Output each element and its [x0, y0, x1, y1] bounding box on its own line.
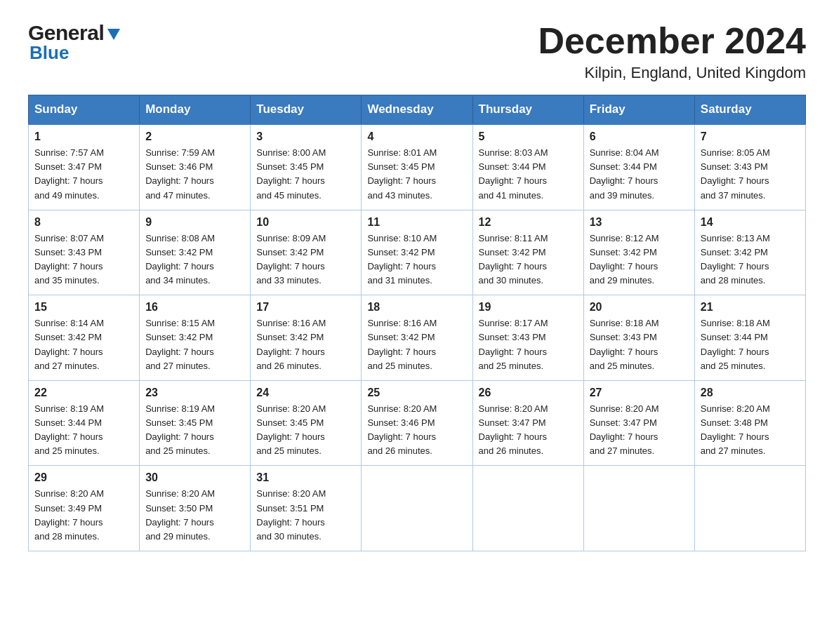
- day-info: Sunrise: 8:16 AMSunset: 3:42 PMDaylight:…: [256, 318, 326, 370]
- day-info: Sunrise: 8:20 AMSunset: 3:45 PMDaylight:…: [256, 403, 326, 456]
- calendar-cell: 6 Sunrise: 8:04 AMSunset: 3:44 PMDayligh…: [583, 124, 694, 210]
- calendar-cell: 14 Sunrise: 8:13 AMSunset: 3:42 PMDaylig…: [694, 210, 805, 295]
- day-number: 12: [479, 216, 578, 229]
- calendar-cell: 19 Sunrise: 8:17 AMSunset: 3:43 PMDaylig…: [472, 295, 583, 381]
- calendar-cell: 2 Sunrise: 7:59 AMSunset: 3:46 PMDayligh…: [140, 124, 251, 210]
- day-number: 27: [590, 387, 689, 399]
- calendar-cell: 5 Sunrise: 8:03 AMSunset: 3:44 PMDayligh…: [472, 124, 583, 210]
- day-number: 3: [256, 130, 355, 143]
- title-block: December 2024 Kilpin, England, United Ki…: [538, 21, 806, 82]
- day-number: 9: [145, 216, 244, 229]
- day-number: 7: [701, 130, 800, 143]
- day-info: Sunrise: 8:12 AMSunset: 3:42 PMDaylight:…: [590, 233, 659, 286]
- day-number: 13: [590, 216, 689, 229]
- week-row-2: 8 Sunrise: 8:07 AMSunset: 3:43 PMDayligh…: [29, 210, 806, 295]
- calendar-cell: 9 Sunrise: 8:08 AMSunset: 3:42 PMDayligh…: [140, 210, 251, 295]
- day-info: Sunrise: 8:18 AMSunset: 3:43 PMDaylight:…: [590, 318, 659, 370]
- day-number: 19: [479, 301, 578, 314]
- calendar-table: Sunday Monday Tuesday Wednesday Thursday…: [28, 95, 806, 551]
- calendar-cell: 1 Sunrise: 7:57 AMSunset: 3:47 PMDayligh…: [29, 124, 140, 210]
- calendar-cell: 30 Sunrise: 8:20 AMSunset: 3:50 PMDaylig…: [140, 466, 251, 551]
- calendar-cell: 28 Sunrise: 8:20 AMSunset: 3:48 PMDaylig…: [694, 380, 805, 466]
- day-number: 14: [701, 216, 800, 229]
- logo-general-text: General: [28, 21, 104, 45]
- day-info: Sunrise: 8:07 AMSunset: 3:43 PMDaylight:…: [34, 233, 104, 286]
- day-info: Sunrise: 8:20 AMSunset: 3:50 PMDaylight:…: [145, 488, 215, 541]
- day-info: Sunrise: 8:08 AMSunset: 3:42 PMDaylight:…: [145, 233, 215, 286]
- day-info: Sunrise: 7:57 AMSunset: 3:47 PMDaylight:…: [34, 147, 104, 200]
- day-number: 25: [367, 387, 466, 399]
- day-info: Sunrise: 8:20 AMSunset: 3:51 PMDaylight:…: [256, 488, 326, 541]
- day-number: 15: [34, 301, 133, 314]
- col-thursday: Thursday: [472, 95, 583, 125]
- calendar-cell: 4 Sunrise: 8:01 AMSunset: 3:45 PMDayligh…: [362, 124, 472, 210]
- calendar-cell: 18 Sunrise: 8:16 AMSunset: 3:42 PMDaylig…: [362, 295, 472, 381]
- day-number: 26: [479, 387, 578, 399]
- day-number: 24: [256, 387, 355, 399]
- calendar-cell: 7 Sunrise: 8:05 AMSunset: 3:43 PMDayligh…: [694, 124, 805, 210]
- main-title: December 2024: [538, 21, 806, 61]
- day-info: Sunrise: 8:14 AMSunset: 3:42 PMDaylight:…: [34, 318, 104, 370]
- day-info: Sunrise: 8:15 AMSunset: 3:42 PMDaylight:…: [145, 318, 215, 370]
- calendar-cell: [694, 466, 805, 551]
- col-wednesday: Wednesday: [362, 95, 472, 125]
- svg-marker-0: [107, 29, 120, 40]
- header-row: Sunday Monday Tuesday Wednesday Thursday…: [29, 95, 806, 125]
- day-number: 1: [34, 130, 133, 143]
- logo-blue-text: Blue: [29, 42, 121, 64]
- day-info: Sunrise: 8:13 AMSunset: 3:42 PMDaylight:…: [701, 233, 770, 286]
- day-number: 22: [34, 387, 133, 399]
- day-number: 28: [701, 387, 800, 399]
- week-row-5: 29 Sunrise: 8:20 AMSunset: 3:49 PMDaylig…: [29, 466, 806, 551]
- calendar-cell: 8 Sunrise: 8:07 AMSunset: 3:43 PMDayligh…: [29, 210, 140, 295]
- day-info: Sunrise: 8:20 AMSunset: 3:47 PMDaylight:…: [590, 403, 659, 456]
- calendar-cell: 20 Sunrise: 8:18 AMSunset: 3:43 PMDaylig…: [583, 295, 694, 381]
- calendar-cell: 31 Sunrise: 8:20 AMSunset: 3:51 PMDaylig…: [251, 466, 362, 551]
- day-info: Sunrise: 8:18 AMSunset: 3:44 PMDaylight:…: [701, 318, 770, 370]
- calendar-cell: 24 Sunrise: 8:20 AMSunset: 3:45 PMDaylig…: [251, 380, 362, 466]
- day-info: Sunrise: 8:19 AMSunset: 3:44 PMDaylight:…: [34, 403, 104, 456]
- day-info: Sunrise: 7:59 AMSunset: 3:46 PMDaylight:…: [145, 147, 215, 200]
- day-info: Sunrise: 8:05 AMSunset: 3:43 PMDaylight:…: [701, 147, 770, 200]
- day-number: 10: [256, 216, 355, 229]
- day-number: 2: [145, 130, 244, 143]
- calendar-cell: 22 Sunrise: 8:19 AMSunset: 3:44 PMDaylig…: [29, 380, 140, 466]
- calendar-cell: [362, 466, 472, 551]
- calendar-cell: 13 Sunrise: 8:12 AMSunset: 3:42 PMDaylig…: [583, 210, 694, 295]
- day-number: 20: [590, 301, 689, 314]
- page: General Blue December 2024 Kilpin, Engla…: [0, 0, 834, 572]
- calendar-cell: [583, 466, 694, 551]
- calendar-cell: 16 Sunrise: 8:15 AMSunset: 3:42 PMDaylig…: [140, 295, 251, 381]
- col-sunday: Sunday: [29, 95, 140, 125]
- day-number: 21: [701, 301, 800, 314]
- col-saturday: Saturday: [694, 95, 805, 125]
- day-number: 16: [145, 301, 244, 314]
- calendar-cell: 10 Sunrise: 8:09 AMSunset: 3:42 PMDaylig…: [251, 210, 362, 295]
- day-info: Sunrise: 8:20 AMSunset: 3:46 PMDaylight:…: [367, 403, 437, 456]
- calendar-cell: 23 Sunrise: 8:19 AMSunset: 3:45 PMDaylig…: [140, 380, 251, 466]
- day-info: Sunrise: 8:04 AMSunset: 3:44 PMDaylight:…: [590, 147, 659, 200]
- col-friday: Friday: [583, 95, 694, 125]
- day-info: Sunrise: 8:20 AMSunset: 3:49 PMDaylight:…: [34, 488, 104, 541]
- day-number: 17: [256, 301, 355, 314]
- calendar-cell: 17 Sunrise: 8:16 AMSunset: 3:42 PMDaylig…: [251, 295, 362, 381]
- day-number: 23: [145, 387, 244, 399]
- calendar-cell: 15 Sunrise: 8:14 AMSunset: 3:42 PMDaylig…: [29, 295, 140, 381]
- day-number: 8: [34, 216, 133, 229]
- day-info: Sunrise: 8:09 AMSunset: 3:42 PMDaylight:…: [256, 233, 326, 286]
- day-number: 5: [479, 130, 578, 143]
- day-number: 31: [256, 471, 355, 484]
- day-number: 30: [145, 471, 244, 484]
- day-info: Sunrise: 8:00 AMSunset: 3:45 PMDaylight:…: [256, 147, 326, 200]
- logo-arrow-icon: [106, 26, 121, 41]
- calendar-cell: 12 Sunrise: 8:11 AMSunset: 3:42 PMDaylig…: [472, 210, 583, 295]
- week-row-3: 15 Sunrise: 8:14 AMSunset: 3:42 PMDaylig…: [29, 295, 806, 381]
- day-info: Sunrise: 8:03 AMSunset: 3:44 PMDaylight:…: [479, 147, 548, 200]
- col-tuesday: Tuesday: [251, 95, 362, 125]
- day-number: 4: [367, 130, 466, 143]
- day-number: 11: [367, 216, 466, 229]
- col-monday: Monday: [140, 95, 251, 125]
- day-info: Sunrise: 8:20 AMSunset: 3:47 PMDaylight:…: [479, 403, 548, 456]
- day-info: Sunrise: 8:01 AMSunset: 3:45 PMDaylight:…: [367, 147, 437, 200]
- day-info: Sunrise: 8:17 AMSunset: 3:43 PMDaylight:…: [479, 318, 548, 370]
